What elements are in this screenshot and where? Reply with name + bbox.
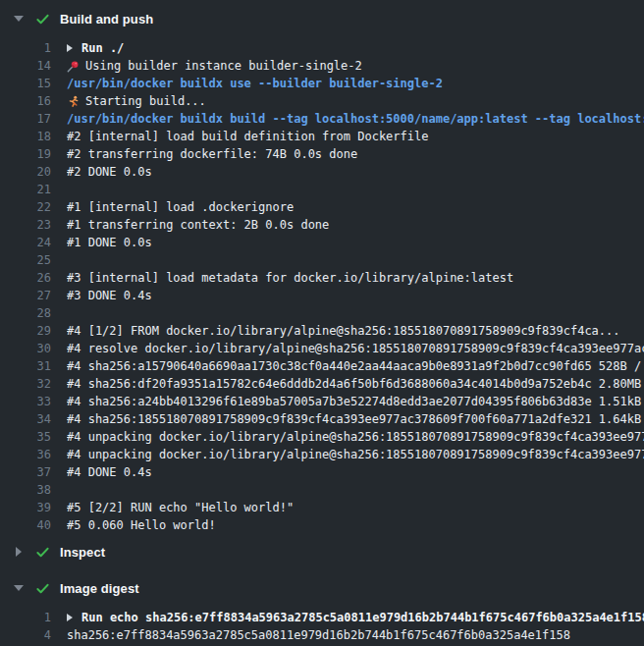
log-text-content: #4 unpacking docker.io/library/alpine@sh… [67,428,644,446]
log-lines: 1Run ./14Using builder instance builder-… [0,39,644,534]
line-number[interactable]: 36 [0,446,51,463]
line-number[interactable]: 1 [0,609,51,626]
line-number[interactable]: 28 [0,304,51,322]
log-text: /usr/bin/docker buildx use --builder bui… [67,75,644,92]
line-number[interactable]: 14 [0,57,51,75]
log-text-content: #2 [internal] load build definition from… [67,128,428,145]
log-text: #4 sha256:df20fa9351a15782c64e6dddb2d4a6… [67,375,644,393]
log-text: #5 0.060 Hello world! [67,516,644,534]
log-text-content: #1 transferring context: 2B 0.0s done [67,216,329,234]
log-text-content: #4 DONE 0.4s [67,463,152,481]
log-text: #1 [internal] load .dockerignore [67,198,644,216]
workflow-log: Build and push1Run ./14Using builder ins… [0,9,644,644]
log-text-content: #5 0.060 Hello world! [67,516,216,534]
log-text: #5 [2/2] RUN echo "Hello world!" [67,499,644,516]
log-line: 22#1 [internal] load .dockerignore [0,198,644,216]
log-text: #4 sha256:185518070891758909c9f839cf4ca3… [67,410,644,428]
line-number[interactable]: 21 [0,181,51,198]
log-text-content: #5 [2/2] RUN echo "Hello world!" [67,499,294,516]
log-text [67,304,644,322]
log-group-line[interactable]: Run echo sha256:e7ff8834a5963a2785c5a081… [67,609,644,626]
log-text-content: Starting build... [85,92,206,110]
line-number[interactable]: 1 [0,39,51,57]
line-number[interactable]: 4 [0,626,51,644]
line-number[interactable]: 32 [0,375,51,393]
log-line: 33#4 sha256:a24bb4013296f61e89ba57005a7b… [0,393,644,410]
line-number[interactable]: 37 [0,463,51,481]
line-number[interactable]: 30 [0,340,51,357]
log-line: 30#4 resolve docker.io/library/alpine@sh… [0,340,644,357]
log-text-content: #1 DONE 0.0s [67,234,152,251]
log-text: sha256:e7ff8834a5963a2785c5a0811e979d16b… [67,626,644,644]
log-line: 1Run echo sha256:e7ff8834a5963a2785c5a08… [0,609,644,626]
log-line: 34#4 sha256:185518070891758909c9f839cf4c… [0,410,644,428]
log-line: 39#5 [2/2] RUN echo "Hello world!" [0,499,644,516]
log-line: 29#4 [1/2] FROM docker.io/library/alpine… [0,322,644,340]
line-number[interactable]: 18 [0,128,51,145]
log-text: #4 DONE 0.4s [67,463,644,481]
line-number[interactable]: 23 [0,216,51,234]
log-line: 15/usr/bin/docker buildx use --builder b… [0,75,644,92]
log-line: 21 [0,181,644,198]
line-number[interactable]: 20 [0,163,51,181]
line-number[interactable]: 33 [0,393,51,410]
log-lines: 1Run echo sha256:e7ff8834a5963a2785c5a08… [0,609,644,644]
expand-arrow-icon[interactable] [67,44,73,52]
log-text: #4 resolve docker.io/library/alpine@sha2… [67,340,644,357]
log-line: 27#3 DONE 0.4s [0,287,644,304]
log-line: 25 [0,251,644,269]
log-line: 28 [0,304,644,322]
log-line: 37#4 DONE 0.4s [0,463,644,481]
log-text: #4 unpacking docker.io/library/alpine@sh… [67,446,644,463]
log-text: /usr/bin/docker buildx build --tag local… [67,110,644,128]
line-number[interactable]: 40 [0,516,51,534]
check-success-icon [35,545,50,560]
log-text: Using builder instance builder-single-2 [67,57,644,75]
log-text: #1 DONE 0.0s [67,234,644,251]
log-text-content: #1 [internal] load .dockerignore [67,198,294,216]
log-line: 17/usr/bin/docker buildx build --tag loc… [0,110,644,128]
line-number[interactable]: 22 [0,198,51,216]
log-text: #4 sha256:a15790640a6690aa1730c38cf0a440… [67,357,644,375]
log-group-line[interactable]: Run ./ [67,39,644,57]
log-text: #4 [1/2] FROM docker.io/library/alpine@s… [67,322,644,340]
line-number[interactable]: 26 [0,269,51,287]
section-header-inspect[interactable]: Inspect [0,542,644,562]
log-text-content: #4 resolve docker.io/library/alpine@sha2… [67,340,644,357]
line-number[interactable]: 38 [0,481,51,499]
section-title: Inspect [60,545,105,560]
line-number[interactable]: 35 [0,428,51,446]
line-number[interactable]: 39 [0,499,51,516]
log-text-content: #2 DONE 0.0s [67,163,152,181]
log-text-content: sha256:e7ff8834a5963a2785c5a0811e979d16b… [67,626,570,644]
section-header-image-digest[interactable]: Image digest [0,578,644,598]
log-text: #2 transferring dockerfile: 74B 0.0s don… [67,145,644,163]
line-number[interactable]: 24 [0,234,51,251]
section-title: Image digest [60,581,139,596]
check-success-icon [35,12,50,27]
log-text-content: #4 sha256:a24bb4013296f61e89ba57005a7b3e… [67,393,644,410]
line-number[interactable]: 25 [0,251,51,269]
line-number[interactable]: 16 [0,92,51,110]
log-line: 32#4 sha256:df20fa9351a15782c64e6dddb2d4… [0,375,644,393]
log-text [67,181,644,198]
log-text: Starting build... [67,92,644,110]
log-text-content: #4 unpacking docker.io/library/alpine@sh… [67,446,644,463]
log-line: 18#2 [internal] load build definition fr… [0,128,644,145]
log-text-content: #3 DONE 0.4s [67,287,152,304]
log-line: 14Using builder instance builder-single-… [0,57,644,75]
chevron-down-icon [14,585,24,591]
log-text-content: /usr/bin/docker buildx use --builder bui… [67,75,443,92]
pin-icon [67,60,80,73]
line-number[interactable]: 29 [0,322,51,340]
expand-arrow-icon[interactable] [67,614,73,621]
line-number[interactable]: 17 [0,110,51,128]
line-number[interactable]: 15 [0,75,51,92]
log-text-content: /usr/bin/docker buildx build --tag local… [67,110,644,128]
section-header-build-and-push[interactable]: Build and push [0,9,644,28]
line-number[interactable]: 34 [0,410,51,428]
line-number[interactable]: 27 [0,287,51,304]
log-line: 35#4 unpacking docker.io/library/alpine@… [0,428,644,446]
line-number[interactable]: 31 [0,357,51,375]
line-number[interactable]: 19 [0,145,51,163]
